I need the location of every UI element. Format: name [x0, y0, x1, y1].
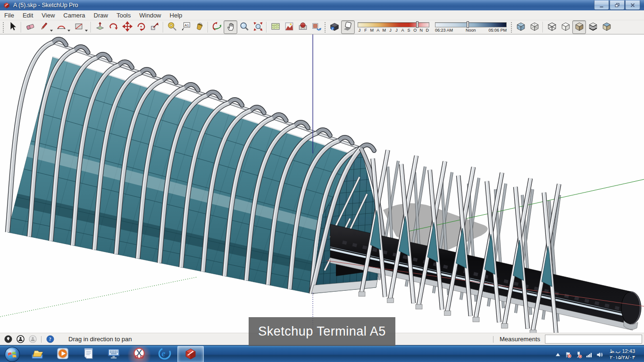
clock-time: 12:43 ب.ظ [610, 348, 635, 354]
sign-in-button[interactable] [27, 334, 38, 345]
power-status-icon[interactable] [574, 349, 584, 360]
svg-text:i: i [332, 26, 333, 30]
taskbar-clock[interactable]: 12:43 ب.ظ ۲۰۱۵/۲۸/۰۳ [610, 348, 635, 361]
orbit-tool[interactable] [210, 20, 224, 34]
shaded-with-textures-icon [588, 21, 598, 34]
add-location-tool[interactable] [268, 20, 282, 34]
line-dropdown-arrow[interactable] [50, 30, 53, 32]
action-center-icon[interactable] [563, 349, 574, 360]
shadow-date-slider[interactable]: JFMAMJJASOND [358, 22, 429, 33]
menu-view[interactable]: View [37, 11, 59, 19]
menu-camera[interactable]: Camera [59, 11, 89, 19]
shadow-toggle-tool[interactable] [341, 20, 355, 34]
windows-explorer-taskbar-button[interactable] [25, 346, 50, 362]
toggle-terrain-tool[interactable] [282, 20, 296, 34]
menu-help[interactable]: Help [166, 11, 187, 19]
photo-textures-tool[interactable] [296, 20, 309, 34]
follow-me-tool[interactable] [107, 20, 120, 34]
orbit-icon [212, 21, 222, 34]
move-tool[interactable] [120, 20, 134, 34]
shaded-with-textures-tool[interactable] [586, 20, 600, 34]
minimize-button[interactable] [594, 0, 609, 10]
select-tool[interactable] [6, 20, 19, 34]
back-edges-tool[interactable] [527, 20, 541, 34]
network-status-icon[interactable] [584, 349, 594, 360]
month-labels: JFMAMJJASOND [358, 28, 429, 33]
close-button[interactable] [625, 0, 640, 10]
time-slider-thumb[interactable] [467, 21, 469, 28]
menu-file[interactable]: File [0, 11, 18, 19]
start-button[interactable] [0, 345, 25, 362]
snipping-tool-taskbar-button[interactable] [126, 346, 152, 362]
x-ray-icon [516, 21, 526, 34]
menu-tools[interactable]: Tools [112, 11, 135, 19]
text-tool[interactable]: A1 [179, 20, 192, 34]
internet-explorer-icon: e [158, 346, 172, 362]
viewport-3d[interactable] [0, 34, 644, 333]
x-ray-tool[interactable] [514, 20, 527, 34]
photo-textures-icon [298, 21, 308, 34]
scale-tool[interactable] [148, 20, 161, 34]
menu-draw[interactable]: Draw [90, 11, 112, 19]
zoom-tool[interactable] [237, 20, 251, 34]
sketchup-window: A (5).skp - SketchUp Pro FileEditViewCam… [0, 0, 644, 362]
push-pull-tool[interactable] [93, 20, 107, 34]
menu-edit[interactable]: Edit [18, 11, 37, 19]
time-slider-track[interactable] [435, 22, 507, 27]
internet-explorer-taskbar-button[interactable]: e [152, 346, 177, 362]
sketchup-icon [184, 346, 198, 362]
shadow-settings-tool[interactable]: i [327, 20, 341, 34]
media-player-taskbar-button[interactable] [50, 346, 75, 362]
menu-window[interactable]: Window [135, 11, 165, 19]
paint-bucket-tool[interactable] [192, 20, 206, 34]
line-tool[interactable] [37, 20, 50, 34]
toolbar-separator [208, 22, 209, 33]
toolbar-grip [2, 22, 5, 33]
eraser-tool[interactable] [23, 20, 37, 34]
eraser-icon [25, 21, 35, 34]
arc-tool[interactable] [54, 20, 68, 34]
date-slider-thumb[interactable] [416, 21, 418, 28]
snipping-tool-icon [132, 346, 146, 362]
shadow-time-slider[interactable]: 06:23 AMNoon05:06 PM [435, 22, 507, 33]
time-start-label: 06:23 AM [435, 28, 453, 33]
notepad-taskbar-button[interactable] [75, 346, 101, 362]
volume-icon[interactable] [594, 349, 605, 360]
wireframe-tool[interactable] [545, 20, 559, 34]
zoom-extents-tool[interactable] [251, 20, 265, 34]
zoom-icon [239, 21, 250, 34]
caption-text: Sketchup Terminal A5 [258, 324, 386, 339]
rotate-tool[interactable] [134, 20, 148, 34]
help-button[interactable]: ? [45, 334, 55, 345]
toggle-terrain-icon [284, 21, 294, 34]
time-noon-label: Noon [466, 28, 476, 33]
rectangle-dropdown-arrow[interactable] [85, 30, 88, 32]
toolbar-grip [510, 22, 513, 33]
status-separator [493, 336, 493, 343]
toolbar-separator [266, 22, 267, 33]
shadow-sliders: JFMAMJJASOND06:23 AMNoon05:06 PM [358, 22, 507, 33]
geolocation-button[interactable] [3, 334, 13, 345]
date-slider-track[interactable] [358, 22, 429, 27]
shaded-icon [574, 21, 585, 34]
on-screen-keyboard-taskbar-button[interactable] [101, 346, 126, 362]
sketchup-taskbar-button[interactable] [177, 346, 204, 362]
hidden-line-icon [560, 21, 571, 34]
show-hidden-icons-icon[interactable] [553, 349, 563, 360]
status-hint: Drag in direction to pan [68, 336, 132, 343]
shaded-tool[interactable] [572, 20, 586, 34]
shadow-settings-icon: i [329, 21, 340, 34]
window-title: A (5).skp - SketchUp Pro [13, 2, 78, 8]
arc-dropdown-arrow[interactable] [67, 30, 70, 32]
measurements-input[interactable] [545, 335, 642, 344]
monochrome-tool[interactable] [600, 20, 613, 34]
credits-button[interactable] [15, 334, 25, 345]
share-model-tool[interactable] [309, 20, 323, 34]
restore-button[interactable] [610, 0, 625, 10]
hidden-line-tool[interactable] [559, 20, 572, 34]
paint-bucket-icon [194, 21, 205, 34]
svg-text:?: ? [49, 337, 51, 342]
pan-tool[interactable] [224, 20, 237, 34]
rectangle-tool[interactable] [72, 20, 85, 34]
tape-measure-tool[interactable] [165, 20, 179, 34]
